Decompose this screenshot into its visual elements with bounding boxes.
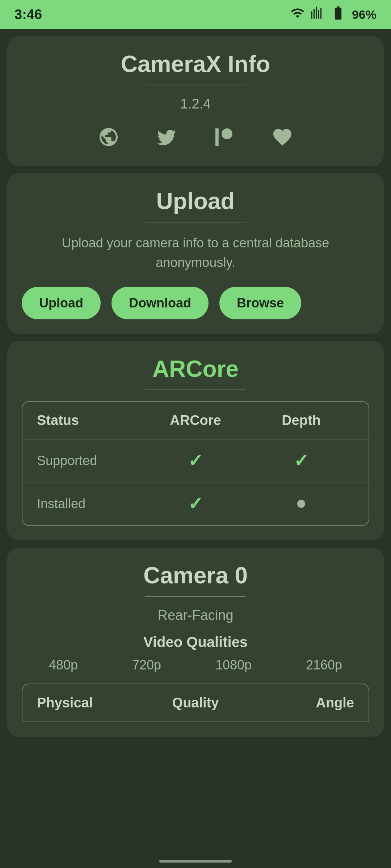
arcore-col-status: Status bbox=[37, 413, 143, 428]
arcore-installed-depth-dot bbox=[248, 493, 354, 514]
patreon-icon[interactable] bbox=[210, 123, 239, 152]
website-icon[interactable] bbox=[94, 123, 123, 152]
camera-divider bbox=[145, 596, 246, 597]
status-time: 3:46 bbox=[14, 7, 42, 22]
arcore-table: Status ARCore Depth Supported ✓ ✓ Instal… bbox=[22, 401, 369, 526]
quality-1080p: 1080p bbox=[215, 658, 252, 673]
arcore-table-header: Status ARCore Depth bbox=[22, 402, 369, 439]
upload-title: Upload bbox=[22, 188, 369, 214]
arcore-status-supported: Supported bbox=[37, 450, 143, 471]
camera-col-physical: Physical bbox=[37, 695, 143, 711]
upload-card: Upload Upload your camera info to a cent… bbox=[7, 173, 384, 334]
home-indicator[interactable] bbox=[159, 860, 232, 863]
arcore-title: ARCore bbox=[22, 356, 369, 382]
download-button[interactable]: Download bbox=[112, 287, 209, 319]
camerax-title: CameraX Info bbox=[22, 51, 369, 77]
quality-480p: 480p bbox=[49, 658, 78, 673]
upload-button-row: Upload Download Browse bbox=[22, 287, 369, 319]
arcore-card: ARCore Status ARCore Depth Supported ✓ ✓ bbox=[7, 341, 384, 540]
camera-table-header: Physical Quality Angle bbox=[22, 684, 369, 722]
check-icon-supported-depth: ✓ bbox=[294, 450, 309, 471]
status-icons: 96% bbox=[290, 5, 377, 24]
camera-col-angle: Angle bbox=[248, 695, 354, 711]
wifi-icon bbox=[290, 6, 305, 23]
quality-2160p: 2160p bbox=[306, 658, 342, 673]
video-qualities-row: 480p 720p 1080p 2160p bbox=[22, 658, 369, 673]
arcore-row-supported: Supported ✓ ✓ bbox=[22, 439, 369, 482]
camera-col-quality: Quality bbox=[143, 695, 248, 711]
arcore-supported-arcore-check: ✓ bbox=[143, 450, 248, 471]
social-icon-row bbox=[22, 123, 369, 152]
arcore-col-arcore: ARCore bbox=[143, 413, 248, 428]
status-bar: 3:46 96% bbox=[0, 0, 391, 29]
video-qualities-title: Video Qualities bbox=[22, 634, 369, 650]
camera-subtitle: Rear-Facing bbox=[22, 608, 369, 623]
arcore-status-installed: Installed bbox=[37, 493, 143, 514]
check-icon-installed-arcore: ✓ bbox=[188, 493, 203, 514]
title-divider bbox=[145, 85, 246, 85]
twitter-icon[interactable] bbox=[152, 123, 181, 152]
upload-divider bbox=[145, 222, 246, 222]
battery-percentage: 96% bbox=[352, 8, 377, 22]
upload-button[interactable]: Upload bbox=[22, 287, 101, 319]
arcore-divider bbox=[145, 390, 246, 390]
arcore-installed-arcore-check: ✓ bbox=[143, 493, 248, 514]
upload-description: Upload your camera info to a central dat… bbox=[22, 233, 369, 272]
battery-icon bbox=[330, 5, 346, 24]
arcore-col-depth: Depth bbox=[248, 413, 354, 428]
version-text: 1.2.4 bbox=[22, 96, 369, 112]
camera0-card: Camera 0 Rear-Facing Video Qualities 480… bbox=[7, 548, 384, 737]
arcore-row-installed: Installed ✓ bbox=[22, 482, 369, 525]
quality-720p: 720p bbox=[132, 658, 161, 673]
camera-title: Camera 0 bbox=[22, 562, 369, 589]
main-content: CameraX Info 1.2.4 bbox=[0, 29, 391, 751]
arcore-supported-depth-check: ✓ bbox=[248, 450, 354, 471]
camerax-info-card: CameraX Info 1.2.4 bbox=[7, 36, 384, 166]
browse-button[interactable]: Browse bbox=[219, 287, 301, 319]
heart-icon[interactable] bbox=[268, 123, 297, 152]
check-icon-supported-arcore: ✓ bbox=[188, 450, 203, 471]
dot-icon-installed-depth bbox=[297, 500, 305, 508]
signal-icon bbox=[311, 6, 324, 23]
